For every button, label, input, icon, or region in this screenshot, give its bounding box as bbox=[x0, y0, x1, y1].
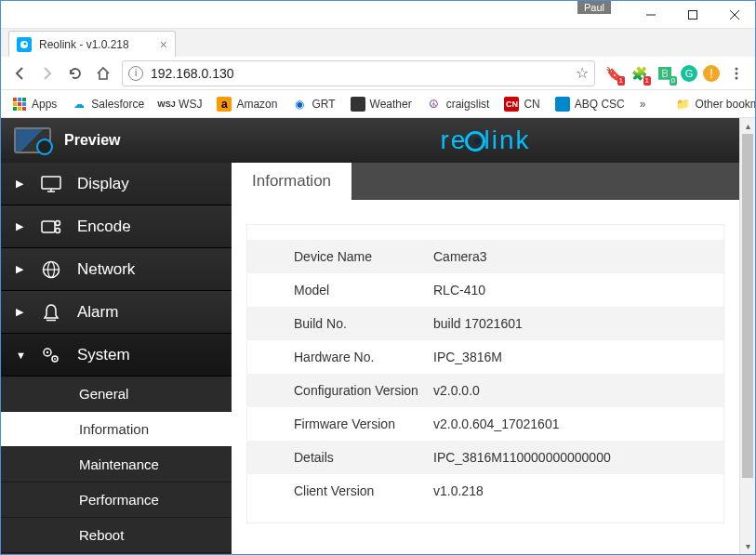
info-label: Model bbox=[247, 283, 433, 297]
content-tab-header: Information bbox=[232, 163, 739, 200]
browser-tabstrip: Reolink - v1.0.218 × bbox=[1, 29, 755, 57]
window-titlebar bbox=[1, 1, 755, 29]
window-close-button[interactable] bbox=[713, 1, 755, 28]
browser-menu-button[interactable] bbox=[723, 60, 749, 86]
extension-badge: 0 bbox=[670, 76, 677, 86]
svg-rect-17 bbox=[22, 107, 26, 111]
bookmark-label: craigslist bbox=[446, 98, 490, 111]
main-panel: Information Device NameCamera3 ModelRLC-… bbox=[232, 163, 739, 554]
extension-icon-grammarly[interactable]: G bbox=[681, 65, 697, 82]
preview-label: Preview bbox=[64, 132, 120, 149]
window-maximize-button[interactable] bbox=[671, 1, 713, 28]
sidebar-item-alarm[interactable]: ▶ Alarm bbox=[1, 291, 232, 334]
sidebar-item-network[interactable]: ▶ Network bbox=[1, 248, 232, 291]
svg-rect-15 bbox=[13, 107, 17, 111]
window-minimize-button[interactable] bbox=[630, 1, 671, 28]
bookmark-cn[interactable]: CNCN bbox=[498, 94, 545, 114]
svg-point-23 bbox=[56, 228, 60, 232]
info-value: v2.0.0.0 bbox=[433, 383, 723, 398]
info-label: Details bbox=[247, 450, 433, 465]
sidebar-item-user[interactable]: ▶ User bbox=[1, 553, 232, 554]
cn-icon: CN bbox=[504, 97, 519, 112]
info-value: Camera3 bbox=[433, 249, 723, 264]
svg-point-8 bbox=[736, 76, 738, 79]
globe-icon bbox=[40, 260, 62, 279]
chevron-right-icon: ▶ bbox=[16, 220, 25, 232]
brand-logo: relink bbox=[232, 126, 739, 155]
bookmark-label: Salesforce bbox=[91, 98, 144, 111]
info-label: Firmware Version bbox=[247, 416, 433, 431]
vertical-scrollbar[interactable]: ▴ ▾ bbox=[739, 118, 755, 554]
scroll-up-icon[interactable]: ▴ bbox=[740, 118, 755, 134]
apps-icon bbox=[12, 97, 27, 112]
bookmark-apps[interactable]: Apps bbox=[7, 94, 62, 114]
extension-icon-warning[interactable]: ! bbox=[703, 65, 720, 82]
info-row-details: DetailsIPC_3816M110000000000000 bbox=[247, 441, 723, 474]
preview-button[interactable]: Preview bbox=[1, 127, 232, 153]
extension-badge: 1 bbox=[643, 76, 651, 86]
scroll-down-icon[interactable]: ▾ bbox=[740, 538, 755, 554]
forward-button[interactable] bbox=[34, 60, 60, 86]
scrollbar-thumb[interactable] bbox=[742, 134, 753, 478]
bookmark-craigslist[interactable]: ☮craigslist bbox=[421, 94, 496, 114]
info-value: v2.0.0.604_17021601 bbox=[433, 416, 723, 431]
info-label: Hardware No. bbox=[247, 350, 433, 364]
bookmark-label: Apps bbox=[32, 98, 57, 111]
reload-button[interactable] bbox=[62, 60, 88, 86]
svg-rect-16 bbox=[18, 107, 21, 111]
chevron-down-icon: ▼ bbox=[16, 350, 25, 361]
svg-point-29 bbox=[46, 350, 48, 352]
info-value: IPC_3816M bbox=[433, 350, 723, 364]
camera-icon bbox=[40, 219, 62, 234]
bookmark-salesforce[interactable]: ☁Salesforce bbox=[66, 94, 150, 114]
information-table: Device NameCamera3 ModelRLC-410 Build No… bbox=[246, 224, 724, 523]
bookmark-label: WSJ bbox=[179, 98, 202, 111]
bookmark-label: ABQ CSC bbox=[575, 98, 625, 111]
tab-favicon-icon bbox=[17, 37, 32, 52]
info-label: Device Name bbox=[247, 249, 433, 264]
bookmark-star-icon[interactable]: ☆ bbox=[576, 64, 589, 82]
window-user-tag: Paul bbox=[577, 1, 611, 14]
bookmarks-bar: Apps ☁Salesforce WSJWSJ aAmazon ◉GRT 🌡We… bbox=[1, 90, 755, 118]
new-tab-button[interactable] bbox=[183, 36, 202, 53]
bookmark-amazon[interactable]: aAmazon bbox=[211, 94, 283, 114]
info-label: Client Version bbox=[247, 483, 433, 498]
bookmark-weather[interactable]: 🌡Weather bbox=[345, 94, 418, 114]
wsj-icon: WSJ bbox=[159, 97, 174, 112]
sidebar-subitem-reboot[interactable]: Reboot bbox=[1, 518, 232, 553]
content-tab-bar bbox=[351, 163, 739, 200]
extension-icon-1[interactable]: 🔖1 bbox=[603, 63, 623, 84]
sidebar-subitem-performance[interactable]: Performance bbox=[1, 482, 232, 518]
abq-icon bbox=[555, 97, 570, 112]
svg-rect-9 bbox=[13, 98, 17, 101]
chevron-right-icon: ▶ bbox=[16, 263, 25, 275]
tab-close-button[interactable]: × bbox=[160, 37, 167, 52]
extension-icon-3[interactable]: 🅱0 bbox=[655, 63, 675, 84]
info-row-model: ModelRLC-410 bbox=[247, 273, 723, 307]
bell-icon bbox=[40, 303, 62, 322]
content-tab-information[interactable]: Information bbox=[232, 163, 351, 200]
sidebar-subitem-maintenance[interactable]: Maintenance bbox=[1, 447, 232, 482]
sidebar-item-display[interactable]: ▶ Display bbox=[1, 163, 232, 205]
folder-icon: 📁 bbox=[675, 97, 690, 112]
other-bookmarks-button[interactable]: 📁Other bookmarks bbox=[670, 94, 756, 114]
svg-rect-10 bbox=[18, 98, 21, 101]
browser-tab-active[interactable]: Reolink - v1.0.218 × bbox=[8, 31, 176, 57]
sidebar-subitem-information[interactable]: Information bbox=[1, 412, 232, 447]
site-info-icon[interactable]: i bbox=[128, 66, 143, 81]
home-button[interactable] bbox=[90, 60, 116, 86]
back-button[interactable] bbox=[7, 60, 33, 86]
sidebar-subitem-general[interactable]: General bbox=[1, 377, 232, 412]
bookmarks-overflow-button[interactable]: » bbox=[634, 98, 652, 111]
sidebar-label: Encode bbox=[77, 218, 131, 236]
address-bar[interactable]: i 192.168.0.130 ☆ bbox=[122, 60, 595, 86]
bookmark-wsj[interactable]: WSJWSJ bbox=[153, 94, 207, 114]
sidebar-item-encode[interactable]: ▶ Encode bbox=[1, 205, 232, 248]
bookmark-grt[interactable]: ◉GRT bbox=[286, 94, 340, 114]
bookmark-label: Amazon bbox=[236, 98, 277, 111]
svg-rect-14 bbox=[22, 102, 26, 106]
sidebar-item-system[interactable]: ▼ System bbox=[1, 334, 232, 377]
bookmark-abq[interactable]: ABQ CSC bbox=[550, 94, 630, 114]
extension-icon-2[interactable]: 🧩1 bbox=[629, 63, 649, 84]
svg-rect-13 bbox=[18, 102, 21, 106]
